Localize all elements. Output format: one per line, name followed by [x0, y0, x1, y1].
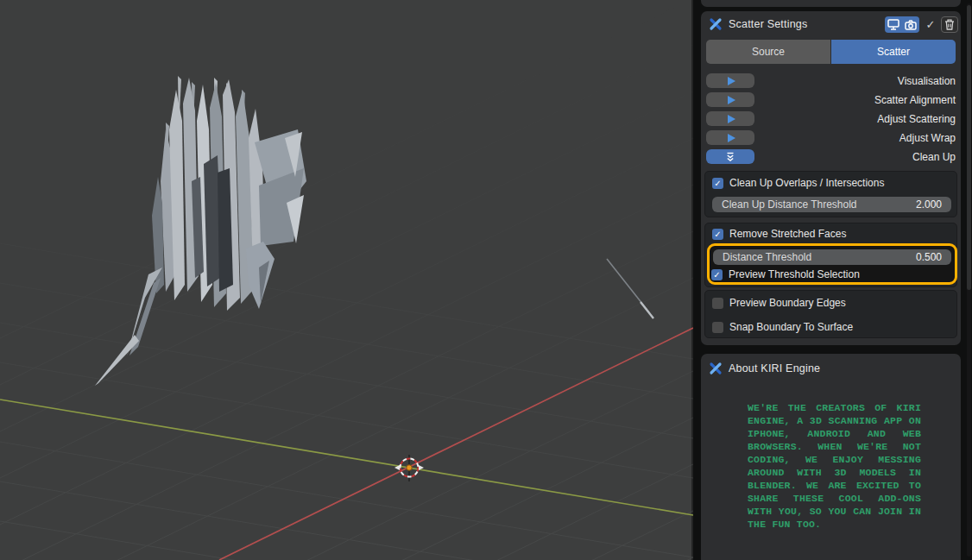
render-toggle-button[interactable] [902, 16, 919, 33]
snap-boundary-to-surface-checkbox-row[interactable]: Snap Boundary To Surface [712, 321, 853, 333]
scatter-settings-panel: Scatter Settings [701, 11, 961, 345]
object-origin-dot [407, 465, 412, 470]
checkbox-checked[interactable]: ✓ [712, 178, 723, 189]
tab-scatter-label: Scatter [877, 46, 910, 58]
play-icon [728, 115, 735, 123]
x-axis-red [219, 328, 693, 560]
apply-button[interactable]: ✓ [922, 16, 939, 33]
checkbox-label: Preview Threshold Selection [729, 268, 860, 280]
orange-highlight-outline: Distance Threshold 0.500 ✓ Preview Thres… [707, 243, 957, 285]
preview-threshold-selection-checkbox-row[interactable]: ✓ Preview Threshold Selection [711, 268, 860, 280]
expand-down-icon [724, 152, 736, 162]
sidebar-region: Scatter Settings [695, 0, 972, 560]
slider-value: 0.500 [916, 251, 942, 263]
viewport-canvas [0, 0, 693, 560]
action-label: Clean Up [912, 151, 956, 163]
adjust-wrap-play-button[interactable] [706, 130, 754, 145]
about-text: WE'RE THE CREATORS OF KIRI ENGINE, A 3D … [748, 401, 921, 531]
distance-threshold-slider[interactable]: Distance Threshold 0.500 [713, 249, 951, 265]
camera-icon [905, 20, 917, 30]
checkbox-label: Clean Up Overlaps / Intersections [729, 177, 884, 189]
about-panel-header[interactable]: About KIRI Engine [701, 354, 961, 380]
3d-viewport[interactable] [0, 0, 693, 560]
check-icon: ✓ [713, 269, 720, 280]
remove-stretched-faces-checkbox-row[interactable]: ✓ Remove Stretched Faces [712, 228, 846, 240]
action-label: Adjust Wrap [899, 132, 956, 144]
checkbox-label: Snap Boundary To Surface [729, 321, 853, 333]
about-kiri-engine-panel: About KIRI Engine WE'RE THE CREATORS OF … [701, 354, 961, 560]
scatter-settings-header[interactable]: Scatter Settings [701, 11, 961, 37]
action-row-visualisation: Visualisation [706, 73, 958, 88]
3d-cursor [394, 455, 424, 481]
slider-label: Distance Threshold [723, 251, 916, 263]
checkbox-checked[interactable]: ✓ [712, 229, 723, 240]
tab-source-label: Source [752, 46, 785, 58]
adjust-scattering-play-button[interactable] [706, 111, 754, 126]
source-scatter-tabs: Source Scatter [706, 40, 956, 64]
panel-above-partial [701, 0, 961, 7]
checkbox-unchecked[interactable] [712, 298, 723, 309]
trash-icon [944, 19, 955, 30]
kiri-addon-icon [709, 17, 723, 31]
blender-window: Scatter Settings [0, 0, 972, 560]
monitor-icon [887, 19, 899, 30]
slider-value: 2.000 [916, 198, 942, 211]
checkbox-label: Preview Boundary Edges [729, 297, 846, 309]
scatter-alignment-play-button[interactable] [706, 92, 754, 107]
checkbox-checked[interactable]: ✓ [711, 269, 723, 280]
cleanup-overlaps-box: ✓ Clean Up Overlaps / Intersections Clea… [704, 171, 957, 217]
show-in-viewport-button[interactable] [885, 16, 902, 33]
axis-lines [0, 328, 693, 560]
scatter-mesh-object[interactable] [95, 76, 653, 386]
cleanup-overlaps-checkbox-row[interactable]: ✓ Clean Up Overlaps / Intersections [712, 177, 884, 189]
visualisation-play-button[interactable] [706, 73, 754, 88]
boundary-options-box: Preview Boundary Edges Snap Boundary To … [704, 290, 957, 338]
floor-grid [0, 0, 693, 560]
action-row-adjust-wrap: Adjust Wrap [706, 130, 958, 145]
action-row-scatter-alignment: Scatter Alignment [706, 92, 958, 107]
check-icon: ✓ [926, 18, 936, 31]
action-label: Scatter Alignment [874, 94, 956, 106]
clean-up-expand-button[interactable] [706, 149, 754, 164]
scrollbar-thumb[interactable] [967, 5, 971, 290]
tab-source[interactable]: Source [706, 40, 831, 64]
play-icon [728, 134, 735, 142]
action-label: Adjust Scattering [877, 113, 956, 125]
action-row-clean-up: Clean Up [706, 149, 958, 164]
play-icon [728, 77, 735, 85]
checkbox-unchecked[interactable] [712, 322, 723, 333]
kiri-addon-icon [709, 362, 723, 375]
preview-boundary-edges-checkbox-row[interactable]: Preview Boundary Edges [712, 297, 846, 309]
check-icon: ✓ [714, 178, 721, 189]
slider-label: Clean Up Distance Threshold [722, 198, 916, 211]
cleanup-distance-threshold-slider[interactable]: Clean Up Distance Threshold 2.000 [712, 197, 951, 212]
panel-title: About KIRI Engine [729, 362, 820, 374]
check-icon: ✓ [714, 229, 721, 240]
stretched-faces-box: ✓ Remove Stretched Faces Distance Thresh… [704, 223, 957, 287]
action-row-adjust-scattering: Adjust Scattering [706, 111, 958, 126]
play-icon [728, 96, 735, 104]
panel-title: Scatter Settings [729, 18, 807, 30]
action-label: Visualisation [898, 75, 956, 87]
tab-scatter[interactable]: Scatter [831, 40, 956, 64]
checkbox-label: Remove Stretched Faces [729, 228, 846, 240]
sidebar-scrollbar[interactable] [967, 3, 971, 557]
delete-button[interactable] [941, 16, 958, 33]
